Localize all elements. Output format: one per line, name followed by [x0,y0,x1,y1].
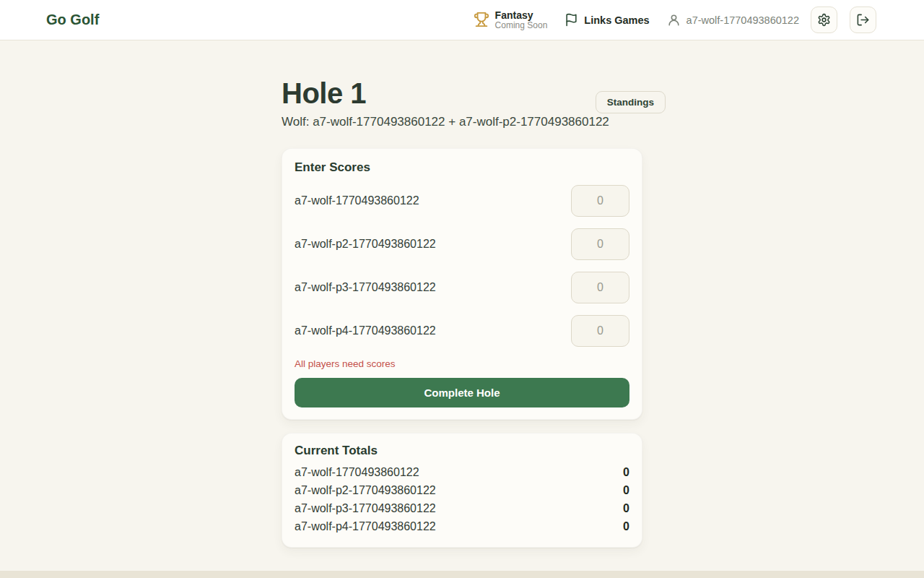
total-value: 0 [623,520,629,533]
wolf-subtitle: Wolf: a7-wolf-1770493860122 + a7-wolf-p2… [282,115,642,129]
total-player-name: a7-wolf-p4-1770493860122 [295,520,436,533]
total-player-name: a7-wolf-p2-1770493860122 [295,484,436,497]
total-row: a7-wolf-p2-1770493860122 0 [295,481,629,499]
score-input-player-3[interactable] [571,272,629,303]
app-logo[interactable]: Go Golf [46,12,99,28]
total-row: a7-wolf-1770493860122 0 [295,463,629,481]
header-buttons [811,7,876,33]
settings-button[interactable] [811,7,837,33]
logout-icon [856,13,870,27]
player-name: a7-wolf-p3-1770493860122 [295,281,436,294]
fantasy-sublabel: Coming Soon [495,21,548,31]
validation-error: All players need scores [295,358,629,369]
player-name: a7-wolf-p2-1770493860122 [295,238,436,251]
total-player-name: a7-wolf-1770493860122 [295,466,419,479]
score-input-player-2[interactable] [571,228,629,260]
standings-button[interactable]: Standings [596,91,666,113]
nav-item-fantasy[interactable]: Fantasy Coming Soon [474,9,548,31]
score-input-player-1[interactable] [571,185,629,217]
user-icon [667,13,681,27]
page-title: Hole 1 [282,77,642,110]
hero-row: Hole 1 Standings [282,77,642,110]
current-totals-card: Current Totals a7-wolf-1770493860122 0 a… [282,433,642,548]
totals-rows: a7-wolf-1770493860122 0 a7-wolf-p2-17704… [295,463,629,535]
current-totals-heading: Current Totals [295,444,629,458]
complete-hole-button[interactable]: Complete Hole [295,378,629,407]
score-row: a7-wolf-1770493860122 [295,185,629,217]
footer-bar [0,571,924,578]
nav-item-links-games[interactable]: Links Games [565,13,649,27]
score-input-player-4[interactable] [571,315,629,347]
flag-icon [565,13,578,27]
total-player-name: a7-wolf-p3-1770493860122 [295,502,436,515]
player-name: a7-wolf-1770493860122 [295,194,419,207]
logout-button[interactable] [850,7,876,33]
nav-item-user[interactable]: a7-wolf-1770493860122 [667,13,799,27]
player-name: a7-wolf-p4-1770493860122 [295,324,436,337]
score-rows: a7-wolf-1770493860122 a7-wolf-p2-1770493… [295,185,629,347]
app-header: Go Golf Fantasy Coming Soon [0,0,924,40]
total-value: 0 [623,502,629,515]
fantasy-label: Fantasy [495,9,548,21]
header-nav: Fantasy Coming Soon Links Games a7-wolf-… [474,7,876,33]
total-row: a7-wolf-p3-1770493860122 0 [295,499,629,517]
total-value: 0 [623,484,629,497]
fantasy-text: Fantasy Coming Soon [495,9,548,31]
gear-icon [817,13,831,27]
enter-scores-card: Enter Scores a7-wolf-1770493860122 a7-wo… [282,148,642,420]
score-row: a7-wolf-p2-1770493860122 [295,228,629,260]
score-row: a7-wolf-p4-1770493860122 [295,315,629,347]
main-content: Hole 1 Standings Wolf: a7-wolf-177049386… [282,40,642,548]
username-label: a7-wolf-1770493860122 [687,14,799,26]
total-row: a7-wolf-p4-1770493860122 0 [295,517,629,535]
total-value: 0 [623,466,629,479]
enter-scores-heading: Enter Scores [295,160,629,175]
links-games-label: Links Games [584,14,649,26]
trophy-icon [474,12,489,27]
score-row: a7-wolf-p3-1770493860122 [295,272,629,303]
